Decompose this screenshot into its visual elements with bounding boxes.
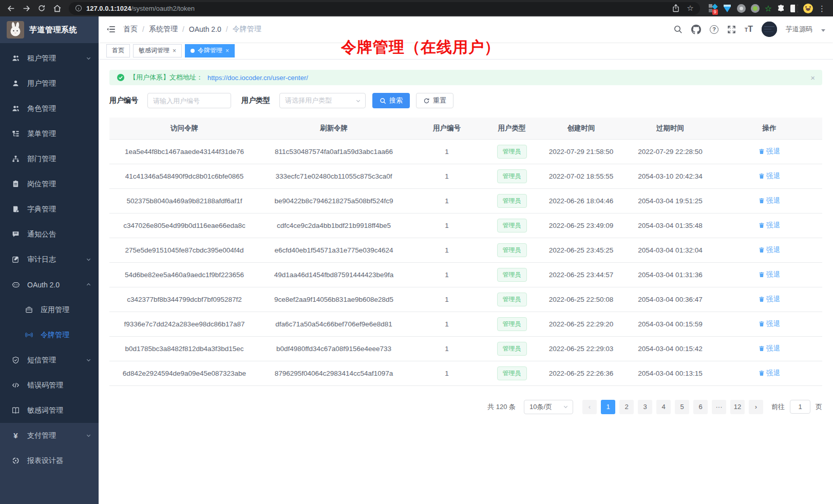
sidebar-item-tenant[interactable]: 租户管理 bbox=[0, 46, 99, 71]
force-logout-link[interactable]: 强退 bbox=[759, 221, 780, 230]
split-view-icon[interactable] bbox=[790, 5, 798, 12]
force-logout-link[interactable]: 强退 bbox=[759, 245, 780, 255]
collapse-sidebar-icon[interactable] bbox=[106, 25, 116, 34]
reset-button[interactable]: 重置 bbox=[416, 93, 453, 108]
sidebar-item-oauth2-app[interactable]: 应用管理 bbox=[0, 297, 99, 322]
sidebar-item-menu[interactable]: 菜单管理 bbox=[0, 121, 99, 146]
access-token-cell: f9336e7c7dd242a283ee98dc86b17a87 bbox=[109, 312, 259, 336]
sidebar-item-role[interactable]: 角色管理 bbox=[0, 96, 99, 121]
breadcrumb-item[interactable]: 系统管理 bbox=[149, 25, 178, 34]
next-page-button[interactable]: › bbox=[749, 400, 763, 414]
bookmark-star-icon[interactable]: ☆ bbox=[687, 4, 693, 13]
user-type-badge: 管理员 bbox=[497, 366, 527, 380]
sidebar-item-sensitive-word[interactable]: 敏感词管理 bbox=[0, 398, 99, 423]
user-id-input[interactable] bbox=[147, 93, 231, 108]
sidebar-item-label: 应用管理 bbox=[41, 305, 69, 315]
site-info-icon[interactable] bbox=[75, 5, 82, 12]
force-logout-link[interactable]: 强退 bbox=[759, 369, 780, 378]
sidebar-item-sms[interactable]: 短信管理 bbox=[0, 347, 99, 373]
user-avatar[interactable] bbox=[762, 22, 777, 37]
search-button[interactable]: 搜索 bbox=[372, 93, 410, 108]
search-icon[interactable] bbox=[673, 25, 683, 34]
breadcrumb: 首页/系统管理/OAuth 2.0/令牌管理 bbox=[123, 25, 261, 34]
notice-icon bbox=[11, 230, 20, 238]
sidebar-item-dict[interactable]: 字典管理 bbox=[0, 197, 99, 222]
tab-token[interactable]: 令牌管理× bbox=[185, 44, 235, 57]
page-button-6[interactable]: 6 bbox=[693, 400, 708, 414]
browser-back-icon[interactable] bbox=[4, 2, 17, 15]
jump-page-input[interactable] bbox=[790, 400, 810, 414]
top-navbar: 首页/系统管理/OAuth 2.0/令牌管理 ? TT 芋道源码 bbox=[99, 16, 833, 42]
breadcrumb-item: 令牌管理 bbox=[233, 25, 261, 34]
force-logout-link[interactable]: 强退 bbox=[759, 171, 780, 181]
extension-green-dot-icon[interactable] bbox=[751, 4, 760, 13]
browser-home-icon[interactable] bbox=[50, 2, 64, 15]
browser-forward-icon[interactable] bbox=[20, 2, 33, 15]
page-button-2[interactable]: 2 bbox=[619, 400, 634, 414]
page-tabs: 首页敏感词管理×令牌管理× bbox=[99, 42, 833, 60]
username-label[interactable]: 芋道源码 bbox=[786, 25, 812, 34]
page-button-3[interactable]: 3 bbox=[638, 400, 652, 414]
browser-reload-icon[interactable] bbox=[35, 2, 48, 15]
sidebar-item-oauth2[interactable]: OAuth 2.0 bbox=[0, 272, 99, 297]
tab-label: 令牌管理 bbox=[198, 46, 222, 55]
close-icon[interactable]: × bbox=[810, 73, 815, 82]
more-pages-button[interactable]: ··· bbox=[712, 400, 726, 414]
help-icon[interactable]: ? bbox=[710, 25, 718, 34]
breadcrumb-item[interactable]: OAuth 2.0 bbox=[189, 25, 221, 33]
fullscreen-icon[interactable] bbox=[727, 25, 736, 34]
tab-home[interactable]: 首页 bbox=[106, 44, 130, 57]
page-button-12[interactable]: 12 bbox=[730, 400, 745, 414]
browser-menu-icon[interactable]: ⋮ bbox=[818, 5, 826, 12]
extension-star-icon[interactable]: ☆ bbox=[765, 4, 772, 13]
chevron-down-icon[interactable] bbox=[821, 29, 825, 32]
user-id-cell: 1 bbox=[408, 361, 485, 385]
sidebar-item-post[interactable]: 岗位管理 bbox=[0, 171, 99, 197]
sidebar-item-notice[interactable]: 通知公告 bbox=[0, 222, 99, 247]
sidebar-item-dept[interactable]: 部门管理 bbox=[0, 146, 99, 171]
sidebar-item-label: 字典管理 bbox=[27, 205, 56, 214]
url-bar[interactable]: 127.0.0.1:1024/system/oauth2/token ☆ bbox=[69, 2, 700, 15]
force-logout-link[interactable]: 强退 bbox=[759, 147, 780, 156]
sidebar-item-pay[interactable]: ¥支付管理 bbox=[0, 423, 99, 448]
extension-gem-icon[interactable] bbox=[723, 4, 732, 13]
font-size-icon[interactable]: TT bbox=[745, 25, 753, 34]
chevron-down-icon bbox=[86, 357, 91, 363]
tab-sensitive-word[interactable]: 敏感词管理× bbox=[133, 44, 182, 57]
close-tab-icon[interactable]: × bbox=[173, 48, 176, 54]
sidebar-item-label: 角色管理 bbox=[27, 104, 56, 113]
user-type-badge: 管理员 bbox=[497, 293, 527, 306]
github-icon[interactable] bbox=[691, 25, 701, 34]
force-logout-link[interactable]: 强退 bbox=[759, 319, 780, 328]
sidebar-item-label: 审计日志 bbox=[27, 255, 56, 264]
prev-page-button[interactable]: ‹ bbox=[582, 400, 597, 414]
app-logo[interactable]: 芋道管理系统 bbox=[0, 16, 99, 43]
extension-grid-icon[interactable]: 9 bbox=[708, 4, 717, 13]
force-logout-link[interactable]: 强退 bbox=[759, 196, 780, 205]
share-icon[interactable] bbox=[672, 4, 679, 12]
extension-grey-icon[interactable] bbox=[737, 4, 746, 13]
force-logout-link[interactable]: 强退 bbox=[759, 270, 780, 279]
close-tab-icon[interactable]: × bbox=[225, 48, 229, 54]
force-logout-link[interactable]: 强退 bbox=[759, 344, 780, 353]
page-button-4[interactable]: 4 bbox=[656, 400, 671, 414]
user-type-badge: 管理员 bbox=[497, 145, 527, 159]
sidebar-item-user[interactable]: 用户管理 bbox=[0, 71, 99, 96]
user-type-select[interactable]: 请选择用户类型 bbox=[279, 93, 366, 108]
breadcrumb-item[interactable]: 首页 bbox=[123, 25, 138, 34]
refresh-token-cell: 8796295f04064c2983414cc54af1097a bbox=[259, 361, 408, 385]
profile-avatar-icon[interactable] bbox=[803, 4, 813, 13]
sidebar-item-audit-log[interactable]: 审计日志 bbox=[0, 247, 99, 272]
force-logout-link[interactable]: 强退 bbox=[759, 295, 780, 304]
open-book-icon bbox=[11, 406, 20, 414]
sidebar-item-report-designer[interactable]: 报表设计器 bbox=[0, 448, 99, 473]
sidebar-item-label: 支付管理 bbox=[27, 431, 56, 440]
sidebar-item-oauth2-token[interactable]: 令牌管理 bbox=[0, 322, 99, 347]
sidebar-item-label: 报表设计器 bbox=[27, 456, 63, 466]
sidebar-item-error-code[interactable]: 错误码管理 bbox=[0, 373, 99, 398]
extension-puzzle-icon[interactable] bbox=[777, 4, 785, 12]
page-button-5[interactable]: 5 bbox=[675, 400, 689, 414]
page-size-select[interactable]: 10条/页 bbox=[524, 400, 573, 414]
doc-link[interactable]: https://doc.iocoder.cn/user-center/ bbox=[207, 74, 308, 82]
page-button-1[interactable]: 1 bbox=[601, 400, 615, 414]
